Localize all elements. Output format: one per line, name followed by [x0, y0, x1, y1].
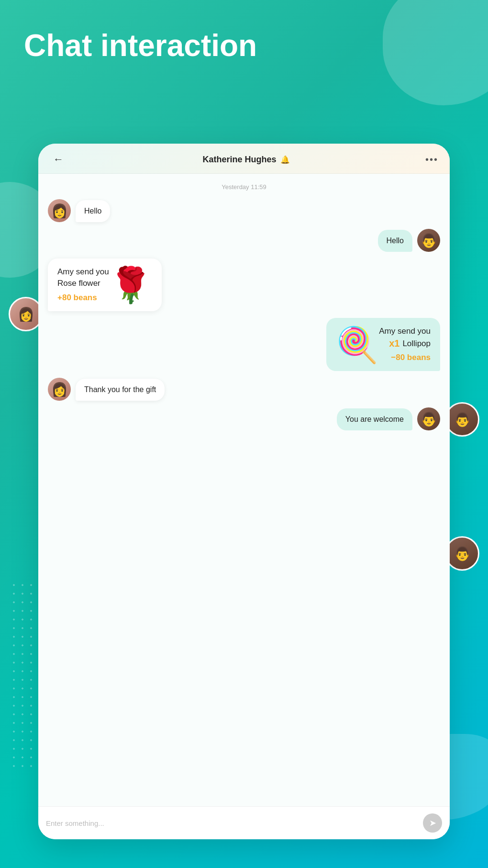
message-row-6: 👨 You are welcome	[48, 407, 440, 430]
gift-card-received-rose: Amy send you Rose flower +80 beans 🌹	[48, 259, 162, 311]
contact-name: Katherine Hughes	[202, 155, 276, 165]
gift-beans-negative: −80 beans	[391, 353, 431, 362]
background-blob-top-right	[383, 0, 488, 105]
message-bubble-received-1: Hello	[76, 200, 110, 222]
gift-quantity-row: x1 Lollipop	[389, 338, 431, 349]
page-title: Chat interaction	[24, 29, 257, 62]
header-center: Katherine Hughes 🔔	[202, 155, 289, 165]
message-row-5: 👩 Thank you for the gift	[48, 378, 440, 401]
chat-card: ← Katherine Hughes 🔔 ••• Yesterday 11:59…	[38, 144, 450, 839]
message-input[interactable]	[46, 816, 417, 830]
message-row-3: Amy send you Rose flower +80 beans 🌹	[48, 259, 440, 311]
message-row-1: 👩 Hello	[48, 199, 440, 222]
message-bubble-sent-1: Hello	[378, 230, 412, 252]
message-bubble-received-2: Thank you for the gift	[76, 379, 165, 401]
lollipop-emoji: 🍭	[336, 327, 379, 362]
message-row-4: 🍭 Amy send you x1 Lollipop −80 beans	[48, 318, 440, 371]
gift-beans-positive: +80 beans	[57, 293, 109, 303]
gift-title-line2: Rose flower	[57, 279, 109, 288]
gift-sent-line1: Amy send you	[379, 327, 431, 336]
gift-item-name: Lollipop	[402, 339, 431, 349]
send-icon: ➤	[429, 818, 436, 828]
sender-avatar-female: 👩	[48, 199, 71, 222]
rose-emoji: 🌹	[109, 268, 152, 302]
chat-input-bar: ➤	[38, 806, 450, 839]
floating-avatar-right-mid: 👨	[445, 402, 479, 437]
gift-text-rose: Amy send you Rose flower +80 beans	[57, 267, 109, 303]
chat-body: Yesterday 11:59 👩 Hello 👨 Hello Amy send…	[38, 174, 450, 806]
sender-avatar-male-2: 👨	[417, 407, 440, 430]
message-bubble-sent-2: You are welcome	[337, 408, 412, 430]
gift-title-line1: Amy send you	[57, 267, 109, 277]
floating-avatar-right-bottom: 👨	[445, 536, 479, 571]
bell-icon[interactable]: 🔔	[280, 155, 290, 164]
send-button[interactable]: ➤	[423, 813, 442, 833]
sender-avatar-female-2: 👩	[48, 378, 71, 401]
more-options-button[interactable]: •••	[425, 154, 438, 165]
gift-quantity: x1	[389, 338, 399, 349]
gift-text-lollipop: Amy send you x1 Lollipop −80 beans	[379, 327, 431, 362]
message-row-2: 👨 Hello	[48, 229, 440, 252]
chat-header: ← Katherine Hughes 🔔 •••	[38, 144, 450, 174]
gift-card-sent-lollipop: 🍭 Amy send you x1 Lollipop −80 beans	[326, 318, 440, 371]
timestamp: Yesterday 11:59	[48, 183, 440, 191]
back-button[interactable]: ←	[50, 153, 67, 166]
sender-avatar-male-1: 👨	[417, 229, 440, 252]
